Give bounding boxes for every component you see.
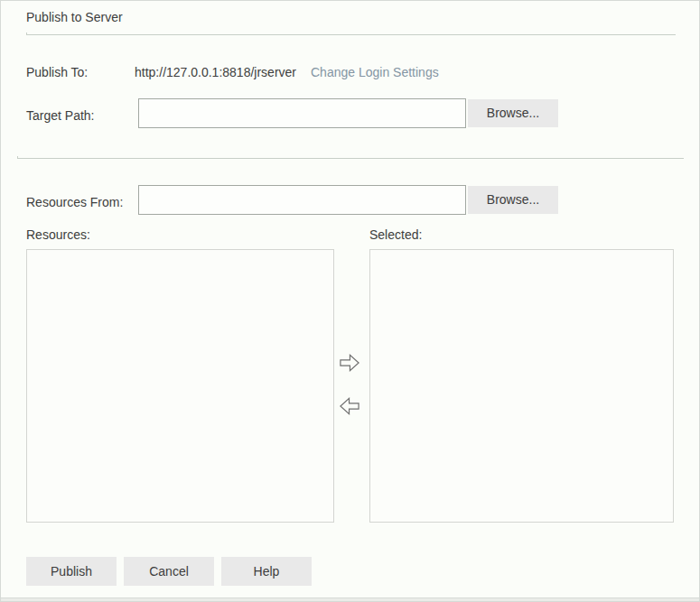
target-path-browse-button[interactable]: Browse... bbox=[468, 99, 558, 127]
selected-list-label: Selected: bbox=[369, 227, 422, 242]
target-path-input[interactable] bbox=[138, 98, 466, 128]
resources-from-label: Resources From: bbox=[26, 195, 123, 209]
resources-list-label: Resources: bbox=[26, 227, 90, 242]
section-divider bbox=[17, 158, 684, 159]
resources-listbox[interactable] bbox=[26, 249, 334, 523]
publish-button[interactable]: Publish bbox=[26, 557, 117, 586]
window-bottom-edge bbox=[1, 597, 699, 601]
cancel-button[interactable]: Cancel bbox=[124, 557, 214, 586]
arrow-right-icon bbox=[339, 353, 360, 373]
title-divider bbox=[26, 34, 676, 35]
publish-to-server-dialog: Publish to Server Publish To: http://127… bbox=[0, 0, 700, 602]
page-title: Publish to Server bbox=[26, 10, 123, 24]
selected-listbox[interactable] bbox=[369, 249, 674, 523]
publish-to-label: Publish To: bbox=[26, 65, 88, 79]
arrow-left-icon bbox=[339, 396, 360, 416]
publish-to-url: http://127.0.0.1:8818/jrserver bbox=[135, 65, 296, 79]
remove-from-selected-button[interactable] bbox=[336, 394, 363, 418]
resources-from-input[interactable] bbox=[138, 185, 466, 215]
change-login-settings-link[interactable]: Change Login Settings bbox=[311, 65, 439, 79]
help-button[interactable]: Help bbox=[221, 557, 312, 586]
target-path-label: Target Path: bbox=[26, 108, 95, 123]
add-to-selected-button[interactable] bbox=[336, 350, 363, 375]
resources-from-browse-button[interactable]: Browse... bbox=[468, 186, 558, 214]
